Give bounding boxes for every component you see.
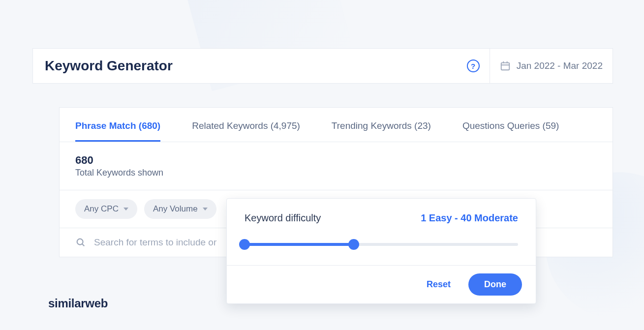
tab-trending-keywords[interactable]: Trending Keywords (23): [332, 120, 431, 142]
calendar-icon: [500, 60, 511, 71]
search-icon: [75, 237, 86, 248]
svg-point-4: [77, 239, 83, 245]
popover-range-value: 1 Easy - 40 Moderate: [421, 212, 518, 224]
tabs-row: Phrase Match (680) Related Keywords (4,9…: [60, 108, 613, 142]
chevron-down-icon: [203, 208, 208, 210]
keyword-difficulty-slider[interactable]: [245, 240, 518, 249]
chevron-down-icon: [123, 208, 128, 210]
total-keywords-count: 680: [75, 154, 597, 167]
page-header-bar: Keyword Generator ? Jan 2022 - Mar 2022: [32, 48, 613, 84]
tab-phrase-match[interactable]: Phrase Match (680): [75, 120, 160, 142]
stats-summary: 680 Total Keywords shown: [60, 142, 613, 190]
reset-button[interactable]: Reset: [427, 279, 451, 290]
tab-questions-queries[interactable]: Questions Queries (59): [462, 120, 559, 142]
filter-chip-volume[interactable]: Any Volume: [144, 199, 216, 219]
similarweb-logo-icon: [31, 297, 43, 310]
keyword-difficulty-popover: Keyword difficulty 1 Easy - 40 Moderate …: [226, 198, 536, 304]
popover-label: Keyword difficulty: [245, 212, 321, 224]
date-range-picker[interactable]: Jan 2022 - Mar 2022: [490, 49, 613, 83]
done-button[interactable]: Done: [468, 273, 522, 296]
date-range-text: Jan 2022 - Mar 2022: [517, 60, 603, 71]
filter-chip-label: Any CPC: [84, 204, 119, 214]
filter-chip-cpc[interactable]: Any CPC: [75, 199, 137, 219]
help-icon[interactable]: ?: [467, 60, 480, 72]
svg-rect-0: [501, 63, 509, 70]
tab-related-keywords[interactable]: Related Keywords (4,975): [192, 120, 300, 142]
slider-thumb-min[interactable]: [239, 239, 250, 250]
brand-logo-area: similarweb: [31, 297, 108, 310]
brand-name: similarweb: [48, 297, 108, 310]
filter-chip-label: Any Volume: [153, 204, 198, 214]
slider-thumb-max[interactable]: [348, 239, 359, 250]
page-title: Keyword Generator: [45, 58, 173, 74]
total-keywords-label: Total Keywords shown: [75, 168, 597, 178]
svg-line-5: [82, 244, 84, 246]
slider-fill: [245, 243, 354, 246]
